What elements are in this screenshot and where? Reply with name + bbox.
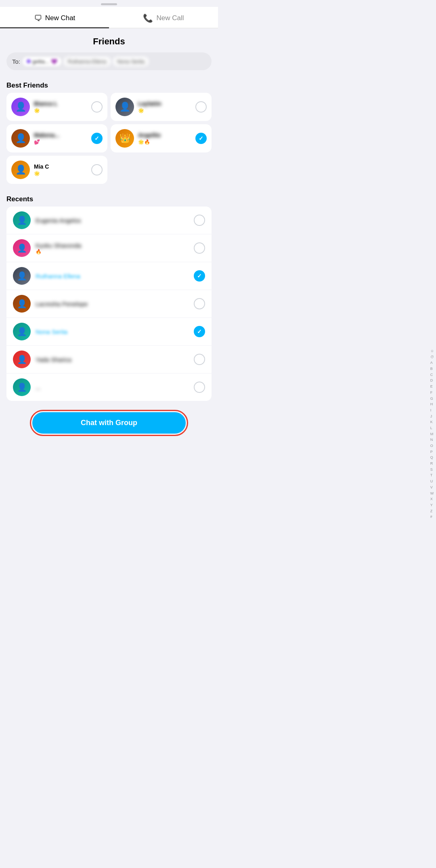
friend-info-mia: Mia C 🌟 [34, 163, 87, 176]
tab-new-chat-label: New Chat [45, 14, 75, 22]
friend-name-mia: Mia C [34, 163, 87, 170]
friend-info-bianca: Bianca L 🌟 [34, 100, 87, 113]
avatar-eugenia: 👤 [13, 211, 31, 229]
phone-icon: 📞 [143, 13, 153, 23]
avatar-layla: 👤 [115, 98, 134, 116]
select-bianca[interactable] [91, 101, 103, 113]
friend-info-makena: Makena... 💕 [34, 132, 87, 145]
chat-icon: 🗨 [34, 14, 42, 23]
select-makena[interactable]: ✓ [91, 133, 103, 144]
best-friends-header: Best Friends [0, 77, 218, 93]
select-kyoku[interactable] [194, 242, 205, 254]
friend-name-makena: Makena... [34, 132, 87, 138]
recent-item-nona[interactable]: 👤 Nona Serita ✓ [6, 318, 212, 346]
friend-name-bianca: Bianca L [34, 100, 87, 107]
recent-name-eugenia: Eugenia Angelos [36, 217, 189, 224]
recent-name-nona: Nona Serita [36, 328, 189, 335]
friend-card-bianca[interactable]: 👤 Bianca L 🌟 [6, 93, 107, 121]
drag-handle [101, 3, 117, 5]
best-friends-grid: 👤 Bianca L 🌟 👤 Laylatón 🌟 👤 Makena... 💕 … [0, 93, 218, 190]
avatar-mia: 👤 [11, 161, 30, 179]
tab-new-call[interactable]: 📞 New Call [109, 7, 218, 28]
select-ruthanna[interactable]: ✓ [194, 270, 205, 282]
chip-text-1: gelita... 💜 [32, 58, 57, 65]
avatar-bianca: 👤 [11, 98, 30, 116]
friend-name-angelito: Angelito [138, 132, 191, 138]
checkmark-makena: ✓ [94, 135, 99, 142]
select-nona[interactable]: ✓ [194, 326, 205, 337]
to-chip-1[interactable]: gelita... 💜 [23, 57, 61, 66]
tab-new-chat[interactable]: 🗨 New Chat [0, 7, 109, 28]
recent-name-lacresha: Lacresha Penelope [36, 300, 189, 307]
friend-streak-bianca: 🌟 [34, 108, 87, 113]
recent-name-yada: Yada Sharica [36, 356, 189, 363]
select-eugenia[interactable] [194, 215, 205, 226]
avatar-ruthanna: 👤 [13, 267, 31, 285]
friend-info-angelito: Angelito 🌟🔥 [138, 132, 191, 145]
chip-text-2: Ruthanna Ellena [68, 58, 107, 65]
avatar-kyoku: 👤 [13, 239, 31, 257]
friend-card-makena[interactable]: 👤 Makena... 💕 ✓ [6, 124, 107, 152]
select-lacresha[interactable] [194, 298, 205, 309]
to-field[interactable]: To: gelita... 💜 Ruthanna Ellena Nona Ser… [6, 52, 212, 70]
friend-streak-angelito: 🌟🔥 [138, 139, 191, 145]
avatar-last: 👤 [13, 378, 31, 396]
to-chip-2[interactable]: Ruthanna Ellena [64, 57, 111, 66]
chip-dot-1 [27, 59, 31, 63]
friend-streak-mia: 🌟 [34, 171, 87, 176]
kyoku-streak: 🔥 [36, 249, 189, 255]
friend-card-angelito[interactable]: 👑 Angelito 🌟🔥 ✓ [111, 124, 212, 152]
avatar-makena: 👤 [11, 129, 30, 148]
recent-name-kyoku: Kyoku Shavonda [36, 242, 189, 249]
select-mia[interactable] [91, 164, 103, 175]
select-angelito[interactable]: ✓ [195, 133, 207, 144]
avatar-nona: 👤 [13, 323, 31, 340]
avatar-lacresha: 👤 [13, 295, 31, 313]
tab-bar: 🗨 New Chat 📞 New Call [0, 7, 218, 28]
select-last[interactable] [194, 382, 205, 393]
chat-with-group-button[interactable]: Chat with Group [32, 412, 186, 434]
recents-header: Recents [0, 190, 218, 207]
bottom-bar: Chat with Group [0, 407, 218, 442]
checkmark-angelito: ✓ [199, 135, 203, 142]
recents-container: 👤 Eugenia Angelos 👤 Kyoku Shavonda 🔥 👤 R… [6, 207, 212, 401]
checkmark-nona: ✓ [197, 328, 202, 335]
friend-streak-layla: 🌟 [138, 108, 191, 113]
friend-info-layla: Laylatón 🌟 [138, 100, 191, 113]
recent-item-yada[interactable]: 👤 Yada Sharica [6, 346, 212, 373]
checkmark-ruthanna: ✓ [197, 273, 202, 279]
avatar-angelito: 👑 [115, 129, 134, 148]
recent-item-kyoku[interactable]: 👤 Kyoku Shavonda 🔥 [6, 234, 212, 262]
recent-item-lacresha[interactable]: 👤 Lacresha Penelope [6, 290, 212, 318]
friend-card-layla[interactable]: 👤 Laylatón 🌟 [111, 93, 212, 121]
recent-name-ruthanna: Ruthanna Ellena [36, 273, 189, 280]
recent-item-eugenia[interactable]: 👤 Eugenia Angelos [6, 207, 212, 234]
chip-text-3: Nona Serita [117, 58, 145, 65]
to-chip-3[interactable]: Nona Serita [113, 57, 149, 66]
tab-new-call-label: New Call [156, 14, 184, 22]
avatar-yada: 👤 [13, 351, 31, 368]
to-label: To: [12, 58, 20, 65]
recent-name-last: ... [36, 384, 189, 391]
recent-item-ruthanna[interactable]: 👤 Ruthanna Ellena ✓ [6, 262, 212, 290]
page-title: Friends [0, 28, 218, 52]
friend-streak-makena: 💕 [34, 139, 87, 145]
select-layla[interactable] [195, 101, 207, 113]
recent-item-last[interactable]: 👤 ... [6, 373, 212, 401]
friend-card-mia[interactable]: 👤 Mia C 🌟 [6, 156, 107, 184]
to-field-container: To: gelita... 💜 Ruthanna Ellena Nona Ser… [0, 52, 218, 77]
friend-name-layla: Laylatón [138, 100, 191, 107]
select-yada[interactable] [194, 354, 205, 365]
